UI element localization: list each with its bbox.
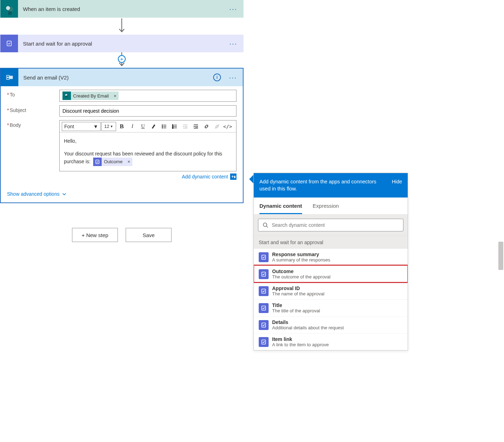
subject-input[interactable] (59, 105, 236, 117)
tab-dynamic-content[interactable]: Dynamic content (259, 203, 302, 214)
outlook-icon (1, 69, 18, 86)
dyn-item-title[interactable]: TitleThe title of the approval (254, 299, 408, 316)
approval-title: Start and wait for an approval (18, 41, 226, 47)
dynamic-content-panel: Add dynamic content from the apps and co… (253, 173, 408, 350)
dyn-item-desc: Additional details about the request (272, 325, 344, 330)
dyn-item-approval-id[interactable]: Approval IDThe name of the approval (254, 282, 408, 299)
rte-color-button[interactable] (149, 122, 158, 131)
to-token[interactable]: Created By Email × (62, 92, 119, 100)
approval-icon (259, 303, 269, 313)
rte-underline-button[interactable]: U (138, 122, 148, 131)
new-step-button[interactable]: + New step (72, 228, 118, 242)
trigger-menu-icon[interactable]: ··· (226, 2, 240, 16)
body-outcome-token[interactable]: Outcome × (93, 158, 132, 166)
dyn-panel-header: Add dynamic content from the apps and co… (254, 173, 408, 198)
sharepoint-icon (0, 0, 18, 18)
rte-bold-button[interactable]: B (117, 122, 127, 131)
svg-line-33 (266, 226, 268, 228)
subject-label: Subject (7, 105, 59, 113)
approval-menu-icon[interactable]: ··· (226, 36, 240, 51)
rte-toolbar: Font▼ 12▼ B I U 123 </> (60, 120, 236, 132)
search-icon (263, 222, 268, 228)
email-header[interactable]: Send an email (V2) i ··· (1, 69, 243, 86)
rte-font-select[interactable]: Font▼ (62, 122, 101, 131)
tab-expression[interactable]: Expression (313, 203, 339, 214)
dyn-item-title: Details (272, 319, 344, 325)
dyn-search-box[interactable] (258, 219, 403, 231)
to-token-remove[interactable]: × (112, 93, 119, 99)
svg-rect-1 (7, 41, 11, 46)
rte-numbered-button[interactable]: 123 (170, 122, 180, 131)
flyout-arrow-icon (249, 175, 253, 183)
to-input[interactable]: Created By Email × (59, 90, 236, 102)
approval-token-icon (93, 158, 102, 166)
dyn-item-desc: The outcome of the approval (272, 274, 331, 279)
dyn-item-response-summary[interactable]: Response summaryA summary of the respons… (254, 249, 408, 265)
rte-bullets-button[interactable] (159, 122, 169, 131)
dyn-header-text: Add dynamic content from the apps and co… (259, 178, 392, 193)
body-label: Body (7, 120, 59, 128)
sharepoint-token-icon (62, 92, 71, 100)
dyn-item-item-link[interactable]: Item linkA link to the item to approve (254, 333, 408, 350)
trigger-title: When an item is created (18, 6, 226, 12)
approval-card[interactable]: Start and wait for an approval ··· (0, 35, 244, 52)
rte-indent-button[interactable] (191, 122, 201, 131)
dyn-scrollbar[interactable] (498, 242, 503, 365)
svg-point-10 (162, 125, 163, 125)
rte-outdent-button[interactable] (180, 122, 190, 131)
info-icon[interactable]: i (213, 73, 221, 81)
rte-italic-button[interactable]: I (127, 122, 137, 131)
dyn-item-title: Approval ID (272, 285, 324, 291)
email-menu-icon[interactable]: ··· (226, 70, 240, 84)
add-step-inline-button[interactable]: + (118, 55, 126, 63)
dyn-item-desc: A link to the item to approve (272, 342, 329, 347)
svg-point-6 (7, 77, 8, 78)
dyn-item-title: Response summary (272, 252, 330, 257)
body-token-remove[interactable]: × (125, 158, 132, 165)
approval-icon (259, 337, 269, 347)
dyn-section-header: Start and wait for an approval (254, 236, 408, 249)
svg-point-32 (263, 223, 267, 226)
add-dynamic-content-link[interactable]: Add dynamic content +▮ (182, 173, 236, 180)
save-button[interactable]: Save (126, 228, 172, 242)
subject-text[interactable] (62, 108, 233, 114)
dyn-item-desc: A summary of the responses (272, 257, 330, 263)
dyn-item-details[interactable]: DetailsAdditional details about the requ… (254, 316, 408, 333)
rte-unlink-button[interactable] (212, 122, 222, 131)
dyn-items-list[interactable]: Response summaryA summary of the respons… (254, 249, 408, 350)
email-title: Send an email (V2) (18, 75, 213, 81)
svg-rect-5 (10, 76, 13, 79)
flow-arrow-1 (0, 18, 244, 35)
rte-code-button[interactable]: </> (223, 122, 233, 131)
rte-size-select[interactable]: 12▼ (101, 122, 116, 131)
approval-icon (0, 35, 18, 52)
trigger-card[interactable]: When an item is created ··· (0, 0, 244, 18)
svg-text:3: 3 (172, 127, 174, 129)
approval-icon (259, 252, 269, 262)
body-editor: Font▼ 12▼ B I U 123 </> (59, 120, 236, 171)
approval-icon (259, 320, 269, 330)
body-content[interactable]: Hello, Your discount request has been re… (60, 132, 236, 171)
dyn-item-title: Item link (272, 336, 329, 342)
to-label: To (7, 90, 59, 98)
dyn-scrollbar-thumb[interactable] (498, 242, 503, 270)
flow-arrow-2: + (0, 52, 244, 68)
svg-point-14 (162, 128, 163, 128)
dyn-item-desc: The title of the approval (272, 308, 320, 313)
email-card: Send an email (V2) i ··· To Created By E… (0, 68, 244, 203)
show-advanced-link[interactable]: Show advanced options (1, 188, 73, 202)
body-line: Your discount request has been reviewed … (64, 151, 222, 164)
rte-link-button[interactable] (202, 122, 211, 131)
approval-icon (259, 269, 269, 279)
body-greeting: Hello, (64, 137, 232, 145)
dyn-item-title: Outcome (272, 269, 331, 274)
dyn-item-desc: The name of the approval (272, 291, 324, 296)
dyn-item-title: Title (272, 302, 320, 308)
add-dynamic-badge-icon: +▮ (230, 173, 236, 180)
dyn-hide-link[interactable]: Hide (392, 178, 402, 184)
dyn-search-input[interactable] (272, 222, 399, 228)
dyn-item-outcome[interactable]: OutcomeThe outcome of the approval (254, 265, 408, 282)
approval-icon (259, 286, 269, 296)
svg-rect-9 (65, 96, 67, 97)
svg-point-12 (162, 126, 163, 127)
